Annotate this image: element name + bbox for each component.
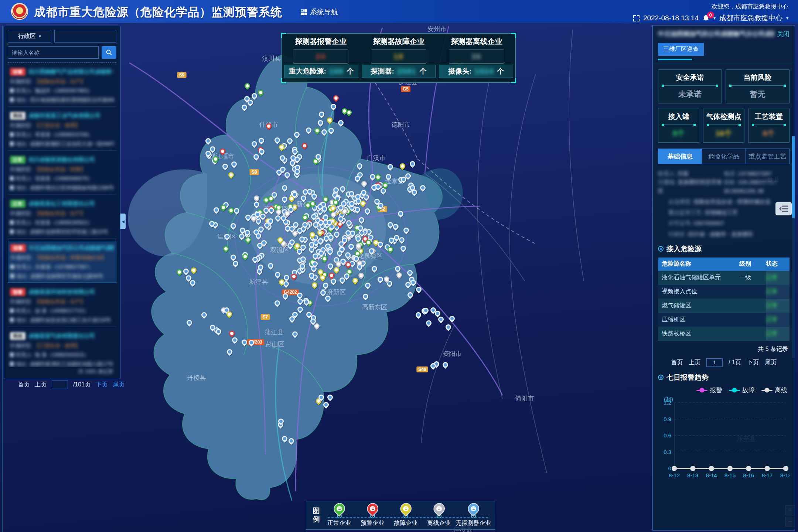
map-pin[interactable] (227, 171, 235, 179)
user-menu[interactable]: 成都市应急救援中心 (719, 13, 782, 23)
hazard-table-row[interactable]: 液化石油气储罐区单元 一级 正常 (658, 271, 790, 285)
map-pin[interactable] (347, 243, 355, 250)
detail-tab[interactable]: 重点监管工艺 (746, 149, 789, 164)
panel-scrollbar[interactable] (792, 136, 795, 358)
map-pin[interactable] (228, 330, 236, 337)
map-pin[interactable] (300, 194, 307, 202)
map-pin[interactable] (357, 272, 365, 279)
page-next[interactable]: 下页 (96, 381, 108, 389)
page-first[interactable]: 首页 (18, 381, 30, 389)
search-button[interactable] (102, 46, 116, 59)
system-nav-button[interactable]: 系统导航 (301, 7, 338, 17)
map-pin[interactable] (229, 253, 237, 261)
map-pin[interactable] (305, 126, 313, 134)
map-pin[interactable] (241, 103, 248, 111)
map-pin[interactable] (229, 222, 237, 230)
map-pin[interactable] (204, 137, 212, 145)
map-pin[interactable] (250, 140, 258, 148)
hazard-table-row[interactable]: 视频接入点位 正常 (658, 285, 790, 299)
map-pin[interactable] (448, 315, 456, 323)
enterprise-list-item[interactable]: 离线 成都某某气体有限责任公司 所属类型:【工贸企业 - 使用】 联系人:陈 某… (8, 329, 116, 367)
map-pin[interactable] (330, 103, 337, 110)
map-pin[interactable] (287, 437, 295, 445)
map-pin[interactable] (409, 160, 416, 168)
map-pin[interactable] (318, 110, 325, 118)
map-pin[interactable] (273, 136, 281, 144)
page-last[interactable]: 尾页 (113, 381, 125, 389)
map-pin[interactable] (351, 277, 359, 284)
map-pin[interactable] (326, 116, 334, 124)
map-pin[interactable] (322, 282, 330, 289)
hz-page-prev[interactable]: 上页 (689, 359, 700, 366)
map-pin[interactable] (223, 233, 231, 241)
map-pin[interactable] (283, 171, 291, 179)
hz-page-last[interactable]: 尾页 (765, 359, 777, 366)
map-pin[interactable] (291, 330, 299, 338)
map-pin[interactable] (273, 299, 281, 307)
map-pin[interactable] (281, 184, 289, 192)
enterprise-list-item[interactable]: 正常 成都某某化工有限责任公司 所属类型:【危险化学品 - 生产】 联系人:何某… (8, 197, 116, 239)
map-pin[interactable] (311, 281, 318, 289)
hazard-table-row[interactable]: 燃气储罐区 正常 (658, 299, 790, 313)
map-pin[interactable] (231, 336, 239, 344)
map-pin[interactable] (394, 265, 402, 273)
detail-tab[interactable]: 危险化学品 (702, 149, 746, 164)
map-pin[interactable] (358, 216, 365, 224)
map-pin[interactable] (212, 206, 220, 214)
map-pin[interactable] (226, 348, 233, 356)
map-pin[interactable] (332, 94, 340, 102)
map-pin[interactable] (399, 244, 407, 252)
map-pin[interactable] (326, 393, 334, 401)
map-pin[interactable] (200, 311, 208, 318)
enterprise-list-item[interactable]: 离线 成都市某某工业气体有限公司 所属类型:【工贸企业 - 使用】 联系人:李某… (8, 109, 116, 151)
map-pin[interactable] (338, 185, 346, 193)
map-pin[interactable] (190, 266, 197, 274)
map-pin[interactable] (406, 291, 414, 299)
map-pin[interactable] (265, 122, 272, 130)
map-pin[interactable] (244, 236, 252, 244)
map-pin[interactable] (356, 162, 364, 170)
enterprise-list-item[interactable]: 正常 四川成都某某能化有限公司 所属类型:【危险化学品 - 经营】 联系人:张某… (8, 153, 116, 195)
map-pin[interactable] (185, 319, 193, 327)
map-pin[interactable] (397, 210, 405, 218)
map-pin[interactable] (267, 262, 274, 270)
page-prev[interactable]: 上页 (35, 381, 47, 389)
map-pin[interactable] (313, 127, 321, 134)
hz-page-first[interactable]: 首页 (671, 359, 683, 366)
hazard-table-row[interactable]: 铁路栈桥区 正常 (658, 327, 790, 341)
panel-collapse-icon[interactable] (775, 202, 792, 215)
map-pin[interactable] (327, 127, 335, 134)
map-pin[interactable] (337, 119, 345, 127)
map-pin[interactable] (444, 323, 452, 331)
map-pin[interactable] (399, 162, 406, 170)
search-input[interactable] (8, 46, 99, 59)
map-pin[interactable] (317, 119, 324, 127)
map-pin[interactable] (395, 271, 403, 279)
map-pin[interactable] (364, 282, 372, 289)
map-pin[interactable] (296, 291, 303, 299)
map-pin[interactable] (327, 262, 334, 270)
hazard-table-row[interactable]: 压缩机区 正常 (658, 313, 790, 327)
detail-tab[interactable]: 基础信息 (658, 149, 702, 164)
map-pin[interactable] (385, 173, 392, 180)
map-pin[interactable] (415, 311, 422, 319)
close-button[interactable]: 关闭 (777, 30, 790, 38)
map-pin[interactable] (243, 82, 251, 90)
map-pin[interactable] (322, 401, 330, 409)
map-pin[interactable] (281, 195, 289, 203)
user-caret-icon[interactable]: ▾ (786, 16, 788, 21)
page-number-input[interactable] (52, 381, 68, 389)
map-pin[interactable] (360, 180, 368, 188)
map-pin[interactable] (233, 207, 241, 215)
enterprise-list-item[interactable]: 报警 中石油西南油气田公司成都储气调配中心 所属类型:【危险化学品 - 经营存储… (8, 241, 116, 283)
map-pin[interactable] (274, 270, 282, 278)
map-pin[interactable] (319, 289, 327, 297)
map-pin[interactable] (441, 361, 449, 369)
map-pin[interactable] (258, 137, 265, 144)
plant-3d-patrol-button[interactable]: 三维厂区巡查 (658, 43, 704, 56)
map-pin[interactable] (293, 131, 301, 139)
chart-legend-item[interactable]: 报警 (696, 386, 722, 395)
map-pin[interactable] (324, 294, 332, 302)
map-pin[interactable] (252, 153, 260, 161)
map-pin[interactable] (286, 137, 294, 145)
